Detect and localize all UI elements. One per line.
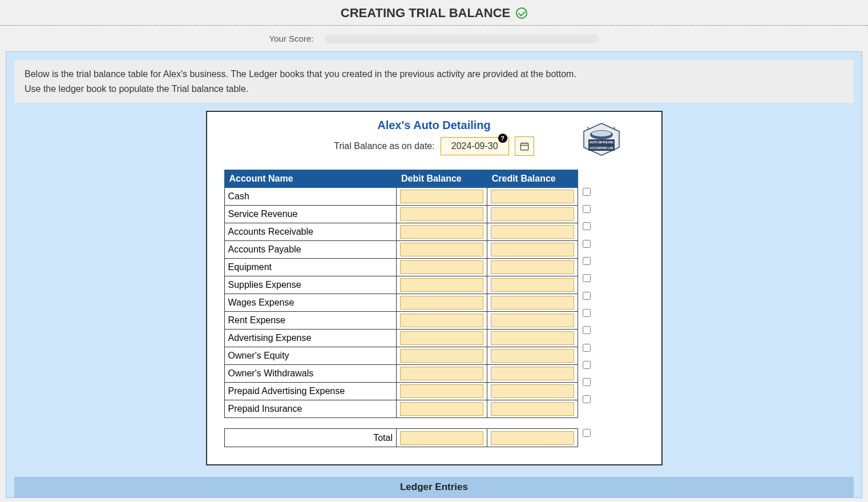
debit-input[interactable] <box>400 296 483 310</box>
credit-input[interactable] <box>491 243 574 256</box>
debit-input[interactable] <box>400 384 483 398</box>
debit-input[interactable] <box>400 349 483 363</box>
debit-input[interactable] <box>400 331 483 345</box>
credit-input[interactable] <box>491 384 574 398</box>
credit-input[interactable] <box>491 349 574 363</box>
table-row: Accounts Payable <box>224 241 578 259</box>
balance-subtitle: Trial Balance as on date: <box>334 141 434 151</box>
row-checkbox[interactable] <box>583 326 591 334</box>
account-name-cell: Owner's Equity <box>224 347 396 365</box>
debit-input[interactable] <box>400 207 483 221</box>
row-checkbox[interactable] <box>583 240 591 248</box>
table-row: Prepaid Advertising Expense <box>224 383 578 400</box>
row-checkbox[interactable] <box>583 344 591 352</box>
account-name-cell: Service Revenue <box>224 206 396 223</box>
credit-input[interactable] <box>491 225 574 239</box>
credit-input[interactable] <box>491 190 574 203</box>
help-icon[interactable]: ? <box>498 134 507 143</box>
row-checkbox[interactable] <box>583 257 591 265</box>
credit-input[interactable] <box>491 314 574 327</box>
account-name-cell: Prepaid Insurance <box>224 400 396 418</box>
table-row: Accounts Receivable <box>224 223 578 241</box>
score-progress-bar <box>325 34 599 43</box>
table-row: Owner's Equity <box>224 347 578 365</box>
row-checkbox[interactable] <box>583 188 591 196</box>
debit-input[interactable] <box>400 243 483 256</box>
debit-input[interactable] <box>400 367 483 380</box>
table-row: Rent Expense <box>224 312 578 330</box>
instructions-line-2: Use the ledger book to populate the Tria… <box>25 82 843 97</box>
total-table: Total <box>224 428 578 447</box>
table-row: Cash <box>224 188 578 206</box>
account-name-cell: Accounts Payable <box>224 241 396 259</box>
svg-point-9 <box>592 131 611 136</box>
row-checkbox[interactable] <box>583 274 591 282</box>
table-row: Service Revenue <box>224 206 578 223</box>
total-row-checkbox[interactable] <box>583 429 591 437</box>
page-header: CREATING TRIAL BALANCE <box>0 0 868 25</box>
row-checkbox[interactable] <box>583 205 591 213</box>
row-checkbox[interactable] <box>583 309 591 317</box>
ledger-entries-header[interactable]: Ledger Entries <box>14 477 854 497</box>
account-name-cell: Cash <box>224 188 396 206</box>
table-row: Advertising Expense <box>224 330 578 347</box>
row-checkbox[interactable] <box>583 378 591 386</box>
svg-text:$: $ <box>613 126 616 130</box>
col-debit-balance: Debit Balance <box>396 170 487 188</box>
instructions-line-1: Below is the trial balance table for Ale… <box>25 67 843 82</box>
svg-text:AUTO DETAILING: AUTO DETAILING <box>589 140 613 144</box>
debit-input[interactable] <box>400 278 483 292</box>
table-row: Supplies Expense <box>224 276 578 294</box>
debit-input[interactable] <box>400 225 483 239</box>
svg-text:ACCOUNTING LAB: ACCOUNTING LAB <box>590 147 613 150</box>
check-circle-icon <box>516 7 527 19</box>
credit-input[interactable] <box>491 296 574 310</box>
account-name-cell: Equipment <box>224 259 396 276</box>
credit-input[interactable] <box>491 331 574 345</box>
account-name-cell: Rent Expense <box>224 312 396 330</box>
svg-rect-0 <box>520 143 528 150</box>
row-checkbox[interactable] <box>583 395 591 403</box>
credit-input[interactable] <box>491 278 574 292</box>
row-checkbox[interactable] <box>583 361 591 369</box>
trial-balance-table-block: Account Name Debit Balance Credit Balanc… <box>224 156 644 447</box>
credit-input[interactable] <box>491 402 574 416</box>
row-checkbox[interactable] <box>583 292 591 300</box>
debit-input[interactable] <box>400 260 483 274</box>
table-row: Prepaid Insurance <box>224 400 578 418</box>
account-name-cell: Supplies Expense <box>224 276 396 294</box>
table-row: Owner's Withdrawals <box>224 365 578 383</box>
credit-input[interactable] <box>491 260 574 274</box>
score-label: Your Score: <box>269 34 314 43</box>
debit-input[interactable] <box>400 314 483 327</box>
total-credit-input[interactable] <box>491 431 574 445</box>
col-credit-balance: Credit Balance <box>487 170 578 188</box>
table-row: Wages Expense <box>224 294 578 312</box>
account-name-cell: Owner's Withdrawals <box>224 365 396 383</box>
company-logo: AUTO DETAILING ACCOUNTING LAB $ $ <box>582 122 621 156</box>
debit-input[interactable] <box>400 402 483 416</box>
score-row: Your Score: <box>0 26 868 51</box>
calendar-icon <box>519 141 530 151</box>
account-name-cell: Wages Expense <box>224 294 396 312</box>
total-debit-input[interactable] <box>400 431 483 445</box>
total-label: Total <box>224 429 396 447</box>
debit-input[interactable] <box>400 190 483 203</box>
account-name-cell: Advertising Expense <box>224 330 396 347</box>
credit-input[interactable] <box>491 207 574 221</box>
account-name-cell: Accounts Receivable <box>224 223 396 241</box>
page-title: CREATING TRIAL BALANCE <box>341 6 510 21</box>
date-picker-button[interactable] <box>515 136 534 156</box>
row-checkbox[interactable] <box>583 222 591 230</box>
card-header: Alex's Auto Detailing Trial Balance as o… <box>224 118 644 156</box>
table-row: Equipment <box>224 259 578 276</box>
instructions-box: Below is the trial balance table for Ale… <box>14 60 854 103</box>
credit-input[interactable] <box>491 367 574 380</box>
col-account-name: Account Name <box>224 170 396 188</box>
account-name-cell: Prepaid Advertising Expense <box>224 383 396 400</box>
main-panel: Below is the trial balance table for Ale… <box>6 51 862 498</box>
trial-balance-card: Alex's Auto Detailing Trial Balance as o… <box>206 111 663 465</box>
trial-balance-table: Account Name Debit Balance Credit Balanc… <box>224 170 578 418</box>
